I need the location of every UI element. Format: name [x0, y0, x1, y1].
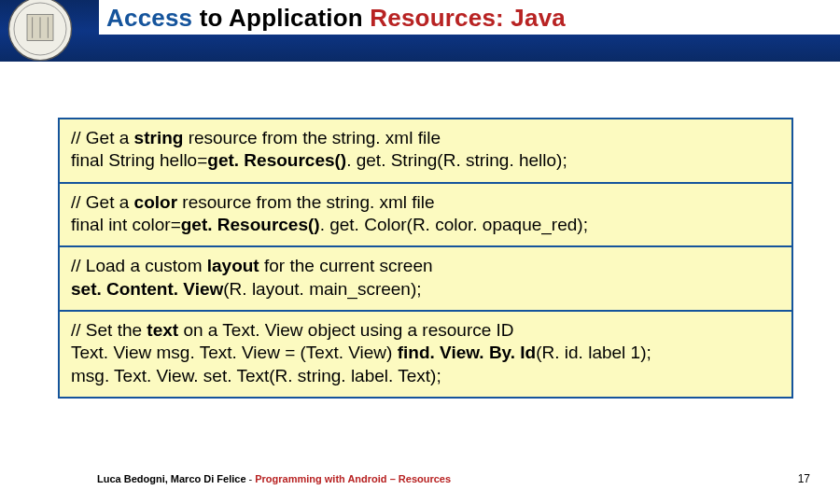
code-text: final int color=	[71, 215, 181, 234]
footer: Luca Bedogni, Marco Di Felice - Programm…	[0, 470, 840, 487]
title-word: Access	[106, 4, 200, 32]
title-word: Application	[229, 4, 370, 32]
code-block: // Set the text on a Text. View object u…	[60, 310, 791, 397]
code-text: // Load a custom	[71, 256, 207, 275]
code-text: Text. View msg. Text. View = (Text. View…	[71, 343, 398, 362]
code-text: text	[147, 320, 178, 340]
code-text: on a Text. View object using a resource …	[178, 320, 513, 340]
code-block: // Get a string resource from the string…	[60, 119, 791, 182]
code-text: for the current screen	[259, 256, 433, 275]
code-text: string	[134, 128, 184, 147]
code-text: . get. String(R. string. hello);	[346, 150, 567, 170]
code-text: // Get a	[71, 128, 134, 147]
code-text: (R. id. label 1);	[536, 343, 651, 362]
title-word: to	[200, 4, 229, 32]
code-text: get. Resources()	[181, 215, 320, 234]
code-text: set. Content. View	[71, 279, 223, 299]
code-text: find. View. By. Id	[398, 343, 537, 362]
university-seal-icon	[7, 0, 73, 62]
code-text: resource from the string. xml file	[177, 192, 435, 212]
page-number: 17	[798, 472, 810, 485]
title-bar: Access to Application Resources: Java	[99, 0, 840, 35]
code-text: // Get a	[71, 192, 134, 212]
code-text: . get. Color(R. color. opaque_red);	[320, 215, 588, 234]
code-text: (R. layout. main_screen);	[223, 279, 421, 299]
footer-topic: Programming with Android – Resources	[255, 473, 451, 484]
code-text: layout	[207, 256, 259, 275]
title-word: Java	[511, 4, 566, 32]
code-block: // Load a custom layout for the current …	[60, 245, 791, 310]
header-banner: Access to Application Resources: Java	[0, 0, 840, 62]
code-text: color	[134, 192, 177, 212]
code-text: // Set the	[71, 320, 147, 340]
slide-title: Access to Application Resources: Java	[106, 4, 566, 33]
code-text: final String hello=	[71, 150, 207, 170]
code-block: // Get a color resource from the string.…	[60, 182, 791, 246]
code-box: // Get a string resource from the string…	[58, 118, 793, 399]
code-text: msg. Text. View. set. Text(R. string. la…	[71, 366, 441, 385]
footer-authors: Luca Bedogni, Marco Di Felice	[97, 473, 246, 484]
title-word: Resources:	[370, 4, 511, 32]
code-text: resource from the string. xml file	[183, 128, 441, 147]
footer-sep: -	[249, 473, 253, 484]
code-text: get. Resources()	[207, 150, 346, 170]
